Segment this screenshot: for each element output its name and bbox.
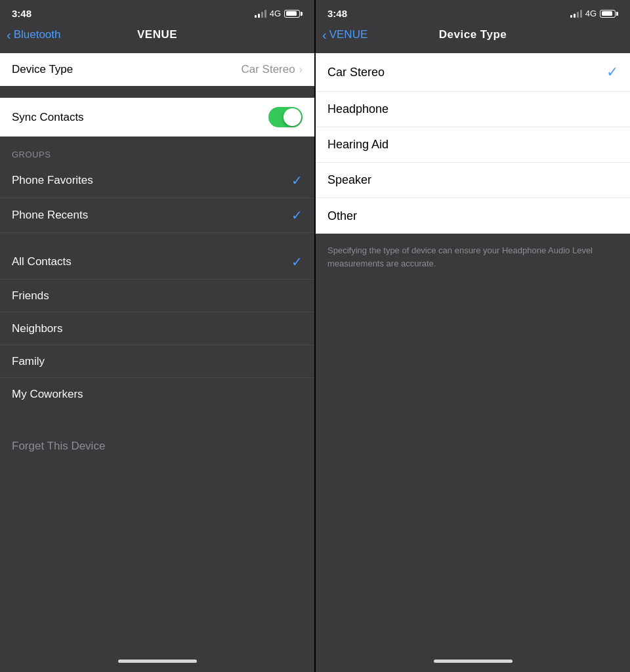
device-type-option-headphone[interactable]: Headphone <box>316 92 630 127</box>
home-bar-left <box>118 660 197 663</box>
network-label-right: 4G <box>585 9 597 18</box>
sync-contacts-toggle[interactable] <box>268 107 303 127</box>
my-coworkers-label: My Coworkers <box>12 388 83 401</box>
device-type-option-speaker[interactable]: Speaker <box>316 163 630 198</box>
forget-device-row[interactable]: Forget This Device <box>0 430 314 462</box>
battery-icon-right <box>600 10 618 18</box>
list-item[interactable]: Neighbors <box>0 312 314 345</box>
status-time-right: 3:48 <box>327 8 347 19</box>
list-item[interactable]: Phone Favorites ✓ <box>0 163 314 198</box>
signal-icon-left <box>255 10 266 18</box>
list-item[interactable]: Family <box>0 345 314 378</box>
battery-icon-left <box>284 10 303 18</box>
chevron-left-icon-right: ‹ <box>322 28 327 41</box>
right-screen: 3:48 4G ‹ VENUE Device Type <box>316 0 630 672</box>
back-label-left: Bluetooth <box>14 28 61 41</box>
forget-section: Forget This Device <box>0 430 314 462</box>
content-right: Car Stereo ✓ Headphone Hearing Aid Speak… <box>316 48 630 650</box>
groups-header: GROUPS <box>0 136 314 163</box>
car-stereo-label: Car Stereo <box>327 66 385 79</box>
sync-section: Sync Contacts <box>0 98 314 136</box>
back-button-left[interactable]: ‹ Bluetooth <box>7 28 61 41</box>
phone-favorites-label: Phone Favorites <box>12 174 93 187</box>
info-text: Specifying the type of device can ensure… <box>316 234 630 280</box>
list-item[interactable]: Phone Recents ✓ <box>0 198 314 233</box>
speaker-label: Speaker <box>327 173 371 187</box>
chevron-right-icon: › <box>299 64 303 75</box>
neighbors-label: Neighbors <box>12 322 63 335</box>
back-label-right: VENUE <box>329 28 368 41</box>
nav-bar-right: ‹ VENUE Device Type <box>316 24 630 48</box>
left-screen: 3:48 4G ‹ Bluetooth VENUE <box>0 0 314 672</box>
back-button-right[interactable]: ‹ VENUE <box>322 28 368 41</box>
signal-icon-right <box>570 10 582 18</box>
device-type-current-value: Car Stereo <box>241 63 295 76</box>
status-icons-right: 4G <box>570 9 618 18</box>
contacts-section: All Contacts ✓ Friends Neighbors Family … <box>0 245 314 411</box>
forget-device-label: Forget This Device <box>12 440 105 452</box>
list-item[interactable]: Friends <box>0 280 314 312</box>
device-type-row[interactable]: Device Type Car Stereo › <box>0 53 314 86</box>
headphone-label: Headphone <box>327 102 388 116</box>
selected-check-icon: ✓ <box>606 64 618 81</box>
toggle-knob <box>284 108 301 126</box>
device-type-option-other[interactable]: Other <box>316 198 630 234</box>
check-icon-all-contacts: ✓ <box>291 254 303 270</box>
list-item[interactable]: All Contacts ✓ <box>0 245 314 280</box>
device-type-option-hearing-aid[interactable]: Hearing Aid <box>316 127 630 163</box>
device-type-section: Device Type Car Stereo › <box>0 53 314 86</box>
nav-bar-left: ‹ Bluetooth VENUE <box>0 24 314 48</box>
status-bar-left: 3:48 4G <box>0 0 314 24</box>
list-item[interactable]: My Coworkers <box>0 378 314 411</box>
home-indicator-right <box>316 650 630 672</box>
other-label: Other <box>327 209 357 223</box>
device-types-list: Car Stereo ✓ Headphone Hearing Aid Speak… <box>316 53 630 234</box>
nav-title-left: VENUE <box>137 28 177 41</box>
network-label-left: 4G <box>270 9 281 18</box>
check-icon-phone-recents: ✓ <box>291 207 303 223</box>
family-label: Family <box>12 355 45 368</box>
device-type-label: Device Type <box>12 63 73 76</box>
chevron-left-icon-left: ‹ <box>7 28 11 41</box>
home-indicator-left <box>0 650 314 672</box>
check-icon-phone-favorites: ✓ <box>291 173 303 188</box>
all-contacts-label: All Contacts <box>12 255 72 268</box>
status-icons-left: 4G <box>255 9 303 18</box>
phone-recents-label: Phone Recents <box>12 209 88 222</box>
hearing-aid-label: Hearing Aid <box>327 138 388 152</box>
home-bar-right <box>434 660 513 663</box>
nav-title-right: Device Type <box>439 28 507 41</box>
device-type-option-car-stereo[interactable]: Car Stereo ✓ <box>316 53 630 92</box>
sync-contacts-row[interactable]: Sync Contacts <box>0 98 314 136</box>
status-bar-right: 3:48 4G <box>316 0 630 24</box>
sync-contacts-label: Sync Contacts <box>12 111 84 124</box>
friends-label: Friends <box>12 289 49 303</box>
groups-section: Phone Favorites ✓ Phone Recents ✓ <box>0 163 314 233</box>
content-left: Device Type Car Stereo › Sync Contacts G… <box>0 48 314 650</box>
device-type-value: Car Stereo › <box>241 63 303 76</box>
status-time-left: 3:48 <box>12 8 32 19</box>
